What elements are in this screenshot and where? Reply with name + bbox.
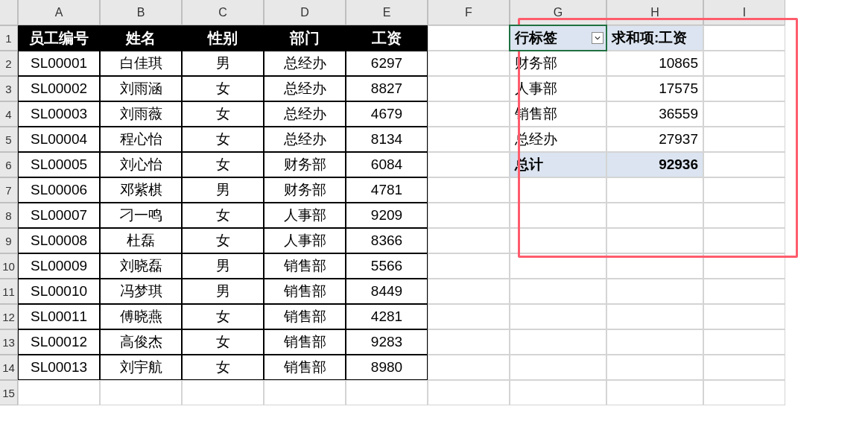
tbl-cell[interactable]: SL00005 [18,152,100,177]
empty-cell[interactable] [100,380,182,405]
empty-cell[interactable] [510,380,606,405]
tbl-cell[interactable]: 4281 [346,304,428,329]
empty-cell[interactable] [703,203,785,228]
tbl-cell[interactable]: SL00013 [18,355,100,380]
tbl-cell[interactable]: 总经办 [264,127,346,152]
row-head-12[interactable]: 12 [0,304,18,329]
pivot-row-label[interactable]: 行标签 [510,25,606,51]
tbl-cell[interactable]: 4679 [346,101,428,127]
tbl-cell[interactable]: 白佳琪 [100,51,182,76]
empty-cell[interactable] [606,329,703,355]
pivot-row-value-cell[interactable]: 36559 [606,101,703,127]
tbl-cell[interactable]: 5566 [346,253,428,279]
empty-cell[interactable] [428,355,510,380]
row-head-1[interactable]: 1 [0,25,18,51]
empty-cell[interactable] [703,76,785,101]
empty-cell[interactable] [703,380,785,405]
empty-cell[interactable] [428,304,510,329]
empty-cell[interactable] [703,51,785,76]
pivot-value-label[interactable]: 求和项:工资 [606,25,703,51]
empty-cell[interactable] [606,203,703,228]
empty-cell[interactable] [428,51,510,76]
tbl-cell[interactable]: 女 [182,127,264,152]
empty-cell[interactable] [18,380,100,405]
empty-cell[interactable] [606,279,703,304]
tbl-cell[interactable]: 人事部 [264,203,346,228]
empty-cell[interactable] [428,101,510,127]
pivot-row-label-cell[interactable]: 总经办 [510,127,606,152]
tbl-cell[interactable]: SL00012 [18,329,100,355]
tbl-cell[interactable]: 9283 [346,329,428,355]
tbl-cell[interactable]: 女 [182,329,264,355]
tbl-cell[interactable]: 刘宇航 [100,355,182,380]
col-head-D[interactable]: D [264,0,346,25]
row-head-8[interactable]: 8 [0,203,18,228]
pivot-row-value-cell[interactable]: 17575 [606,76,703,101]
tbl-cell[interactable]: 8980 [346,355,428,380]
empty-cell[interactable] [606,355,703,380]
row-head-14[interactable]: 14 [0,355,18,380]
tbl-cell[interactable]: 销售部 [264,304,346,329]
tbl-cell[interactable]: 杜磊 [100,228,182,253]
tbl-cell[interactable]: 财务部 [264,152,346,177]
empty-cell[interactable] [510,228,606,253]
empty-cell[interactable] [428,228,510,253]
empty-cell[interactable] [510,279,606,304]
tbl-cell[interactable]: SL00003 [18,101,100,127]
pivot-total-value[interactable]: 92936 [606,152,703,177]
empty-cell[interactable] [510,355,606,380]
tbl-cell[interactable]: 8366 [346,228,428,253]
tbl-cell[interactable]: 销售部 [264,253,346,279]
empty-cell[interactable] [606,177,703,203]
empty-cell[interactable] [703,101,785,127]
tbl-cell[interactable]: 男 [182,177,264,203]
col-head-G[interactable]: G [510,0,606,25]
empty-cell[interactable] [606,380,703,405]
tbl-cell[interactable]: SL00011 [18,304,100,329]
tbl-cell[interactable]: 总经办 [264,76,346,101]
empty-cell[interactable] [510,304,606,329]
tbl-cell[interactable]: 男 [182,279,264,304]
row-head-4[interactable]: 4 [0,101,18,127]
empty-cell[interactable] [703,329,785,355]
empty-cell[interactable] [428,127,510,152]
tbl-cell[interactable]: 傅晓燕 [100,304,182,329]
row-head-9[interactable]: 9 [0,228,18,253]
tbl-cell[interactable]: 男 [182,253,264,279]
tbl-cell[interactable]: SL00009 [18,253,100,279]
tbl-cell[interactable]: 4781 [346,177,428,203]
row-head-2[interactable]: 2 [0,51,18,76]
empty-cell[interactable] [703,279,785,304]
empty-cell[interactable] [606,228,703,253]
tbl-cell[interactable]: 女 [182,203,264,228]
row-head-15[interactable]: 15 [0,380,18,405]
pivot-row-value-cell[interactable]: 27937 [606,127,703,152]
col-head-I[interactable]: I [703,0,785,25]
empty-cell[interactable] [703,355,785,380]
select-all-corner[interactable] [0,0,18,25]
tbl-cell[interactable]: 销售部 [264,329,346,355]
tbl-header-D[interactable]: 部门 [264,25,346,51]
tbl-cell[interactable]: 刘心怡 [100,152,182,177]
tbl-header-C[interactable]: 性别 [182,25,264,51]
tbl-cell[interactable]: 女 [182,101,264,127]
pivot-row-value-cell[interactable]: 10865 [606,51,703,76]
tbl-cell[interactable]: SL00008 [18,228,100,253]
tbl-cell[interactable]: 8134 [346,127,428,152]
empty-cell[interactable] [428,253,510,279]
tbl-cell[interactable]: 冯梦琪 [100,279,182,304]
empty-cell[interactable] [264,380,346,405]
tbl-cell[interactable]: 男 [182,51,264,76]
tbl-cell[interactable]: 程心怡 [100,127,182,152]
empty-cell[interactable] [510,177,606,203]
empty-cell[interactable] [428,203,510,228]
empty-cell[interactable] [703,25,785,51]
row-head-3[interactable]: 3 [0,76,18,101]
tbl-header-E[interactable]: 工资 [346,25,428,51]
empty-cell[interactable] [510,253,606,279]
pivot-row-label-cell[interactable]: 财务部 [510,51,606,76]
col-head-F[interactable]: F [428,0,510,25]
tbl-cell[interactable]: 女 [182,228,264,253]
col-head-H[interactable]: H [606,0,703,25]
pivot-row-label-cell[interactable]: 人事部 [510,76,606,101]
